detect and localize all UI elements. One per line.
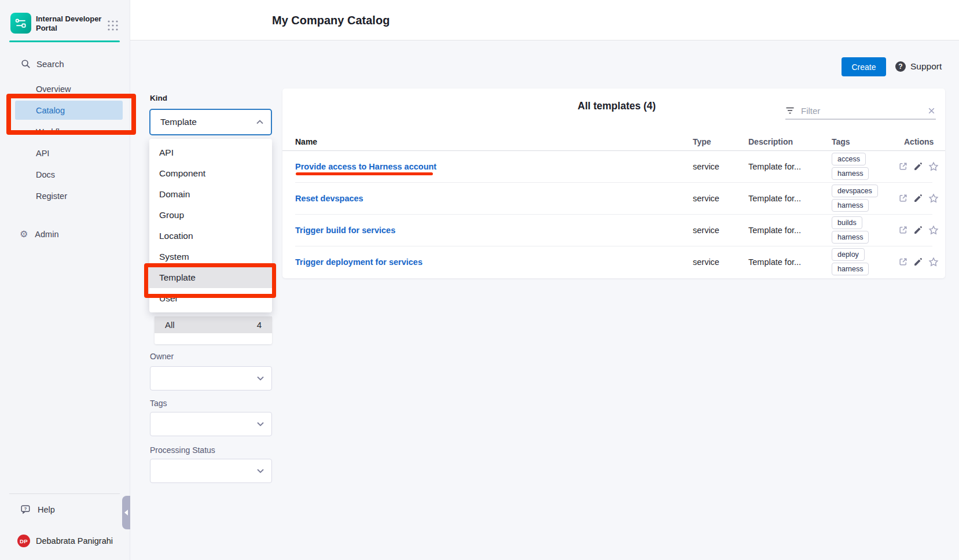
actions-cell — [898, 193, 939, 204]
actions-cell — [898, 161, 939, 172]
external-link-icon[interactable] — [898, 193, 908, 203]
table-filter — [785, 102, 936, 120]
filter-input[interactable] — [800, 105, 927, 116]
sidebar-search[interactable]: Search — [0, 53, 130, 74]
help-icon: ? — [20, 505, 31, 515]
admin-label: Admin — [35, 230, 58, 239]
support-button[interactable]: ? Support — [895, 57, 942, 76]
tag-chip: harness — [832, 231, 869, 244]
avatar: DP — [17, 535, 30, 547]
clear-icon[interactable] — [927, 106, 936, 115]
type-cell: service — [693, 162, 748, 171]
sidebar-item-admin[interactable]: ⚙ Admin — [0, 224, 130, 245]
sidebar-collapse-handle[interactable] — [122, 496, 130, 529]
sidebar-item-docs[interactable]: Docs — [0, 164, 130, 185]
sidebar-item-workflows[interactable]: Workflows — [0, 121, 130, 142]
tags-cell: deploy harness — [832, 248, 898, 276]
table-row: Reset devspaces service Template for... … — [295, 182, 932, 215]
actions-cell — [898, 225, 939, 235]
kind-select-value: Template — [160, 117, 197, 127]
external-link-icon[interactable] — [898, 161, 908, 171]
edit-icon[interactable] — [913, 161, 923, 171]
collapse-icon — [124, 510, 128, 515]
kind-count-row-all[interactable]: All 4 — [155, 316, 272, 333]
sidebar-item-register[interactable]: Register — [0, 185, 130, 207]
table-row: Trigger deployment for services service … — [295, 246, 932, 278]
star-icon[interactable] — [928, 161, 939, 172]
tags-label: Tags — [150, 399, 167, 408]
star-icon[interactable] — [928, 225, 939, 235]
page-title: My Company Catalog — [272, 0, 390, 40]
column-header-description: Description — [748, 137, 832, 146]
kind-option-system[interactable]: System — [149, 246, 272, 267]
processing-status-select[interactable] — [150, 459, 272, 483]
tag-chip: harness — [832, 263, 869, 275]
column-header-name: Name — [295, 137, 693, 146]
top-header: My Company Catalog — [130, 0, 959, 40]
gear-icon: ⚙ — [20, 230, 28, 239]
tags-select[interactable] — [150, 412, 272, 436]
app-logo-icon — [10, 13, 31, 34]
owner-label: Owner — [150, 352, 174, 361]
kind-option-domain[interactable]: Domain — [149, 184, 272, 205]
column-header-type: Type — [693, 137, 748, 146]
table-row: Trigger build for services service Templ… — [295, 214, 932, 246]
count-card-padding — [155, 333, 272, 344]
sidebar-item-catalog[interactable]: Catalog — [15, 101, 123, 120]
kind-option-template[interactable]: Template — [149, 267, 272, 288]
table-row: Provide access to Harness account servic… — [295, 150, 932, 183]
apps-grid-icon[interactable] — [106, 19, 119, 32]
sidebar-item-api[interactable]: API — [0, 142, 130, 164]
external-link-icon[interactable] — [898, 225, 908, 235]
create-button[interactable]: Create — [842, 57, 886, 76]
kind-option-group[interactable]: Group — [149, 205, 272, 226]
edit-icon[interactable] — [913, 193, 923, 203]
edit-icon[interactable] — [913, 257, 923, 267]
page: Internal Developer Portal Search Overvie… — [0, 0, 959, 560]
actions-cell — [898, 257, 939, 267]
filter-funnel-icon — [785, 106, 795, 115]
sidebar-item-overview[interactable]: Overview — [0, 78, 130, 100]
kind-option-component[interactable]: Component — [149, 163, 272, 184]
kind-option-location[interactable]: Location — [149, 226, 272, 246]
external-link-icon[interactable] — [898, 257, 908, 267]
template-link[interactable]: Reset devspaces — [295, 194, 693, 203]
user-menu[interactable]: DP Debabrata Panigrahi — [0, 532, 130, 550]
tags-cell: builds harness — [832, 216, 898, 244]
description-cell: Template for... — [748, 226, 832, 235]
tag-chip: deploy — [832, 248, 865, 261]
tag-chip: builds — [832, 216, 862, 229]
type-cell: service — [693, 257, 748, 267]
type-cell: service — [693, 226, 748, 235]
help-button[interactable]: ? Help — [0, 501, 130, 518]
sidebar-divider — [9, 493, 120, 494]
chevron-up-icon — [256, 119, 264, 125]
edit-icon[interactable] — [913, 225, 923, 235]
tags-cell: devspaces harness — [832, 185, 898, 212]
column-header-actions: Actions — [898, 137, 934, 146]
template-link[interactable]: Trigger build for services — [295, 226, 693, 235]
kind-option-user[interactable]: User — [149, 288, 272, 309]
chevron-down-icon — [256, 468, 264, 474]
search-icon — [21, 59, 31, 69]
kind-count-card: All 4 — [155, 316, 272, 344]
processing-status-label: Processing Status — [150, 445, 215, 455]
kind-dropdown-menu: API Component Domain Group Location Syst… — [149, 139, 272, 312]
chevron-down-icon — [256, 421, 264, 427]
tag-chip: harness — [832, 199, 869, 212]
star-icon[interactable] — [928, 257, 939, 267]
template-link[interactable]: Provide access to Harness account — [295, 162, 693, 171]
owner-select[interactable] — [150, 366, 272, 390]
brand-accent-rule — [9, 40, 120, 42]
count-label: All — [165, 320, 175, 330]
templates-card: All templates (4) Name Type Description … — [282, 89, 945, 278]
type-cell: service — [693, 194, 748, 203]
template-link[interactable]: Trigger deployment for services — [295, 257, 693, 267]
tag-chip: access — [832, 153, 866, 165]
star-icon[interactable] — [928, 193, 939, 204]
kind-option-api[interactable]: API — [149, 142, 272, 163]
kind-select[interactable]: Template — [149, 109, 272, 135]
question-icon: ? — [895, 61, 906, 72]
tag-chip: devspaces — [832, 185, 878, 197]
support-label: Support — [910, 61, 942, 72]
